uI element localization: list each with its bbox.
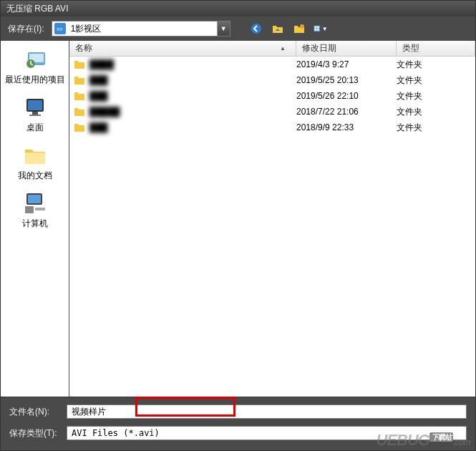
folder-icon	[74, 75, 85, 85]
folder-icon	[74, 59, 85, 69]
file-date: 2018/7/22 21:06	[296, 107, 397, 117]
svg-rect-4	[317, 26, 319, 29]
sidebar-item-label: 我的文档	[1, 170, 69, 182]
back-button[interactable]	[249, 21, 263, 36]
svg-rect-3	[314, 26, 316, 29]
filename-label: 文件名(N):	[9, 406, 67, 418]
file-type: 文件夹	[397, 106, 475, 118]
sidebar-item-label: 最近使用的项目	[1, 74, 69, 86]
recent-icon	[22, 48, 48, 71]
drive-icon: ▭	[54, 23, 66, 34]
svg-rect-16	[25, 206, 34, 213]
svg-rect-11	[28, 100, 42, 110]
column-name-label: 名称	[75, 42, 92, 54]
computer-icon	[22, 192, 48, 215]
chevron-down-icon: ▼	[322, 26, 328, 32]
sidebar-item-label: 桌面	[1, 122, 69, 134]
column-name[interactable]: 名称 ▲	[69, 41, 296, 56]
sidebar-item-label: 计算机	[1, 218, 69, 230]
watermark: UEBUG下载站.com	[377, 431, 470, 450]
folder-icon	[74, 91, 85, 101]
file-type: 文件夹	[397, 90, 475, 102]
svg-rect-5	[314, 29, 316, 31]
filetype-label: 保存类型(T):	[9, 427, 67, 440]
file-date: 2019/4/3 9:27	[296, 59, 397, 69]
sidebar-item-desktop[interactable]: 桌面	[1, 92, 69, 140]
titlebar: 无压缩 RGB AVI	[1, 1, 475, 16]
sidebar-item-computer[interactable]: 计算机	[1, 188, 69, 236]
table-row[interactable]: ████2019/4/3 9:27文件夹	[69, 57, 475, 72]
sort-indicator-icon: ▲	[280, 45, 286, 52]
svg-rect-13	[29, 115, 41, 116]
save-in-label: 保存在(I):	[8, 23, 44, 35]
folder-icon	[74, 107, 85, 117]
file-date: 2018/9/9 22:33	[296, 122, 397, 132]
file-type: 文件夹	[397, 122, 475, 134]
file-pane: 名称 ▲ 修改日期 类型 ████2019/4/3 9:27文件夹███2019…	[69, 41, 475, 397]
file-name: ████	[89, 59, 296, 69]
file-date: 2019/5/26 22:10	[296, 91, 397, 101]
folder-icon	[74, 122, 85, 132]
up-folder-button[interactable]	[271, 21, 285, 36]
location-dropdown-icon[interactable]: ▼	[217, 21, 230, 36]
file-list[interactable]: ████2019/4/3 9:27文件夹███2019/5/25 20:13文件…	[69, 57, 475, 397]
file-name: ███	[89, 91, 296, 101]
svg-rect-12	[32, 112, 38, 115]
documents-icon	[22, 144, 48, 167]
main-area: 最近使用的项目 桌面 我的文档 计算机	[1, 41, 475, 397]
sidebar-item-documents[interactable]: 我的文档	[1, 140, 69, 188]
column-headers: 名称 ▲ 修改日期 类型	[69, 41, 475, 57]
svg-rect-6	[317, 29, 319, 31]
table-row[interactable]: █████2018/7/22 21:06文件夹	[69, 104, 475, 120]
places-sidebar: 最近使用的项目 桌面 我的文档 计算机	[1, 41, 69, 397]
new-folder-button[interactable]	[292, 21, 306, 36]
column-date[interactable]: 修改日期	[296, 41, 397, 56]
view-menu-button[interactable]: ▼	[314, 21, 328, 36]
file-type: 文件夹	[397, 59, 475, 71]
svg-point-1	[300, 24, 304, 29]
file-date: 2019/5/25 20:13	[296, 75, 397, 85]
filename-input[interactable]	[67, 404, 467, 419]
table-row[interactable]: ███2018/9/9 22:33文件夹	[69, 120, 475, 135]
file-name: █████	[89, 107, 296, 117]
desktop-icon	[22, 96, 48, 119]
location-toolbar: 保存在(I): ▭ 1影视区 ▼ ▼	[1, 16, 475, 41]
svg-rect-17	[35, 208, 45, 210]
window-title: 无压缩 RGB AVI	[6, 3, 68, 15]
table-row[interactable]: ███2019/5/25 20:13文件夹	[69, 72, 475, 88]
sidebar-item-recent[interactable]: 最近使用的项目	[1, 44, 69, 92]
column-type[interactable]: 类型	[397, 41, 475, 56]
file-name: ███	[89, 75, 296, 85]
table-row[interactable]: ███2019/5/26 22:10文件夹	[69, 88, 475, 104]
location-text: 1影视区	[68, 23, 217, 35]
svg-rect-15	[28, 195, 41, 203]
save-dialog: 无压缩 RGB AVI 保存在(I): ▭ 1影视区 ▼ ▼	[0, 0, 476, 451]
file-type: 文件夹	[397, 74, 475, 87]
file-name: ███	[89, 122, 296, 132]
location-combo[interactable]: ▭ 1影视区 ▼	[52, 21, 230, 37]
svg-point-0	[251, 24, 261, 34]
